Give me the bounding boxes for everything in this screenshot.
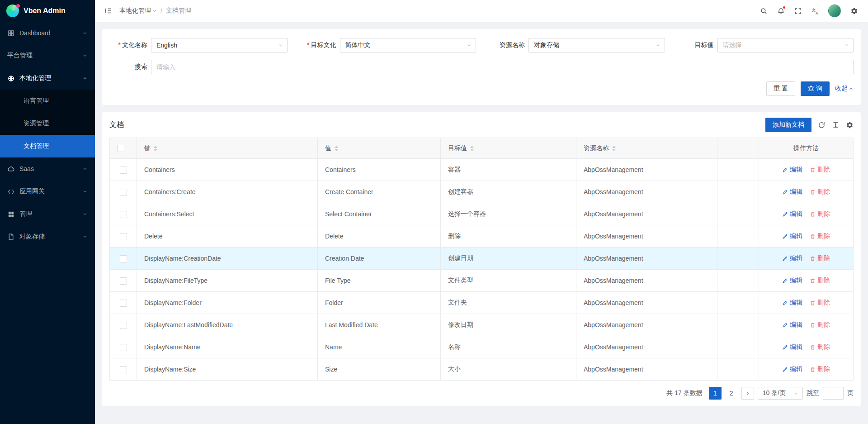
sidebar-item-platform[interactable]: 平台管理 [0,44,95,67]
row-checkbox[interactable] [120,300,127,307]
refresh-icon[interactable] [818,121,826,129]
table-row[interactable]: Containers:Select Select Container 选择一个容… [110,203,854,225]
bell-icon[interactable] [772,0,789,22]
delete-button[interactable]: 删除 [810,321,830,329]
query-button[interactable]: 查 询 [801,81,830,96]
delete-button[interactable]: 删除 [810,276,830,285]
table-row[interactable]: DisplayName:FileType File Type 文件类型 AbpO… [110,270,854,292]
search-input[interactable] [151,60,854,74]
row-height-icon[interactable] [832,121,840,129]
column-label: 资源名称 [584,144,609,152]
field-target-value: 目标值 请选择 [676,38,854,52]
pagination: 共 17 条数据 1 2 10 条/页 跳至 页 [102,381,861,406]
edit-label: 编辑 [790,365,802,373]
row-checkbox[interactable] [120,344,127,351]
delete-label: 删除 [817,276,830,285]
column-header-key[interactable]: 键 [137,138,318,159]
edit-button[interactable]: 编辑 [782,365,802,373]
culture-name-value: English [156,42,177,49]
table-wrap: 键 值 目标值 资源名 [102,138,861,381]
delete-button[interactable]: 删除 [810,232,830,240]
sidebar-item-localization[interactable]: 本地化管理 [0,67,95,90]
sidebar-item-saas[interactable]: Saas [0,157,95,180]
resource-name-select[interactable]: 对象存储 [528,38,665,52]
edit-button[interactable]: 编辑 [782,254,802,262]
reset-button[interactable]: 重 置 [766,81,795,96]
sort-icon[interactable] [470,146,474,151]
edit-button[interactable]: 编辑 [782,232,802,240]
sidebar-item-document-management[interactable]: 文档管理 [0,135,95,157]
pencil-icon [782,278,788,284]
delete-button[interactable]: 删除 [810,254,830,262]
edit-button[interactable]: 编辑 [782,343,802,351]
collapse-link[interactable]: 收起 [835,85,854,93]
row-checkbox[interactable] [120,255,127,262]
row-checkbox[interactable] [120,277,127,285]
target-culture-select[interactable]: 简体中文 [340,38,476,52]
row-checkbox[interactable] [120,233,127,240]
page-size-select[interactable]: 10 条/页 [758,387,803,400]
next-page-button[interactable] [741,387,754,400]
menu-fold-icon[interactable] [101,4,116,18]
column-settings-gear-icon[interactable] [846,121,854,129]
search-icon[interactable] [755,0,772,22]
settings-gear-icon[interactable] [845,0,863,22]
table-row[interactable]: DisplayName:Folder Folder 文件夹 AbpOssMana… [110,292,854,314]
cell-key: DisplayName:LastModifiedDate [137,314,318,336]
table-row[interactable]: DisplayName:Name Name 名称 AbpOssManagemen… [110,336,854,358]
sidebar-item-object-storage[interactable]: 对象存储 [0,225,95,248]
row-checkbox[interactable] [120,167,127,174]
row-checkbox[interactable] [120,189,127,196]
target-value-select[interactable]: 请选择 [717,38,854,52]
sort-icon[interactable] [154,146,157,151]
sidebar-item-resource-management[interactable]: 资源管理 [0,112,95,135]
column-header-target[interactable]: 目标值 [441,138,576,159]
delete-button[interactable]: 删除 [810,166,830,174]
logo[interactable]: Vben Admin [0,0,95,22]
sidebar-item-language-management[interactable]: 语言管理 [0,90,95,112]
avatar[interactable] [828,5,841,17]
filter-panel: 文化名称 English 目标文化 简体中文 资源名称 [102,29,861,105]
delete-button[interactable]: 删除 [810,343,830,351]
translate-icon[interactable]: 文A [807,0,824,22]
sidebar-item-dashboard[interactable]: Dashboard [0,22,95,44]
edit-label: 编辑 [790,321,802,329]
page-content: 文化名称 English 目标文化 简体中文 资源名称 [95,22,868,424]
table-row[interactable]: Delete Delete 删除 AbpOssManagement 编辑 删除 [110,225,854,248]
page-button-1[interactable]: 1 [709,387,722,400]
edit-button[interactable]: 编辑 [782,166,802,174]
chevron-right-icon [745,391,750,396]
column-header-value[interactable]: 值 [318,138,441,159]
row-checkbox[interactable] [120,366,127,373]
breadcrumb-parent[interactable]: 本地化管理 [119,7,157,15]
add-document-button[interactable]: 添加新文档 [765,118,811,132]
sidebar-item-management[interactable]: 管理 [0,203,95,225]
edit-button[interactable]: 编辑 [782,321,802,329]
edit-button[interactable]: 编辑 [782,299,802,307]
edit-button[interactable]: 编辑 [782,210,802,218]
delete-button[interactable]: 删除 [810,299,830,307]
sort-icon[interactable] [612,146,616,151]
column-header-resource[interactable]: 资源名称 [576,138,717,159]
culture-name-select[interactable]: English [151,38,288,52]
table-row[interactable]: Containers Containers 容器 AbpOssManagemen… [110,159,854,181]
sidebar-item-gateway[interactable]: 应用网关 [0,180,95,203]
table-row[interactable]: DisplayName:LastModifiedDate Last Modifi… [110,314,854,336]
edit-button[interactable]: 编辑 [782,276,802,285]
row-checkbox[interactable] [120,322,127,329]
delete-button[interactable]: 删除 [810,365,830,373]
delete-button[interactable]: 删除 [810,210,830,218]
column-label: 键 [144,144,151,152]
select-all-checkbox[interactable] [117,145,124,152]
sort-icon[interactable] [335,146,338,151]
edit-button[interactable]: 编辑 [782,188,802,196]
jump-page-input[interactable] [823,387,844,400]
row-checkbox[interactable] [120,211,127,218]
fullscreen-icon[interactable] [789,0,807,22]
table-row[interactable]: Containers:Create Create Container 创建容器 … [110,181,854,203]
delete-button[interactable]: 删除 [810,188,830,196]
table-row[interactable]: DisplayName:Size Size 大小 AbpOssManagemen… [110,358,854,381]
table-row[interactable]: DisplayName:CreationDate Creation Date 创… [110,248,854,270]
chevron-down-icon [844,43,849,48]
page-button-2[interactable]: 2 [725,387,738,400]
